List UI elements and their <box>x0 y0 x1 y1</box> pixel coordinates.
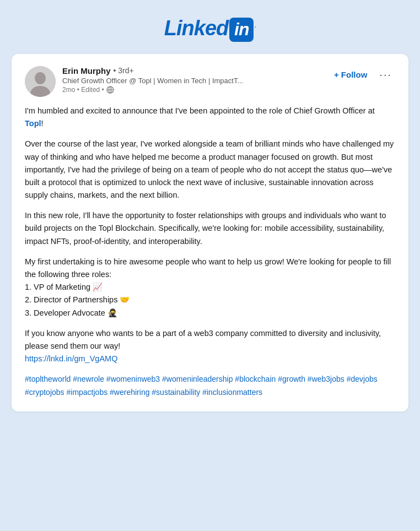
linkedin-logo: Linkedin. <box>164 17 256 42</box>
post-role-3: 3. Developer Advocate 🥷 <box>25 308 117 317</box>
in-box: in <box>229 18 254 42</box>
follow-button[interactable]: + Follow <box>331 68 370 82</box>
follow-plus: + <box>334 70 339 79</box>
svg-point-1 <box>35 72 46 84</box>
hashtags: #topltheworld #newrole #womeninweb3 #wom… <box>25 373 395 399</box>
linkedin-wordmark: Linkedin. <box>164 17 256 42</box>
post-role-2: 2. Director of Partnerships 🤝 <box>25 295 130 304</box>
post-paragraph-2: Over the course of the last year, I've w… <box>25 138 395 202</box>
avatar[interactable] <box>25 66 56 97</box>
post-paragraph-4: My first undertaking is to hire awesome … <box>25 256 395 319</box>
post-paragraph-5: If you know anyone who wants to be a par… <box>25 327 395 366</box>
topl-link[interactable]: Topl <box>25 119 41 128</box>
user-degree: • 3rd+ <box>114 66 134 75</box>
post-link[interactable]: https://lnkd.in/gm_VgAMQ <box>25 354 117 363</box>
card-header-left: Erin Murphy • 3rd+ Chief Growth Officer … <box>25 66 243 97</box>
post-paragraph-1-end: ! <box>41 119 44 128</box>
logo-dot: . <box>254 20 256 29</box>
user-info: Erin Murphy • 3rd+ Chief Growth Officer … <box>62 66 243 94</box>
user-name-row: Erin Murphy • 3rd+ <box>62 66 243 75</box>
more-options-button[interactable]: ··· <box>376 67 395 82</box>
post-card: Erin Murphy • 3rd+ Chief Growth Officer … <box>12 54 408 411</box>
post-paragraph-3: In this new role, I'll have the opportun… <box>25 209 395 248</box>
user-meta-text: 2mo • Edited • <box>62 86 104 94</box>
post-paragraph-1: I'm humbled and excited to announce that… <box>25 105 395 130</box>
post-content: I'm humbled and excited to announce that… <box>25 105 395 399</box>
linked-text: Linked <box>164 17 228 40</box>
post-paragraph-1-text: I'm humbled and excited to announce that… <box>25 106 375 115</box>
user-meta: 2mo • Edited • <box>62 86 243 94</box>
more-dots: ··· <box>379 68 392 80</box>
globe-icon <box>106 86 114 94</box>
user-name[interactable]: Erin Murphy <box>62 66 111 75</box>
hashtags-text: #topltheworld #newrole #womeninweb3 #wom… <box>25 375 378 397</box>
post-role-1: 1. VP of Marketing 📈 <box>25 283 103 291</box>
follow-label: Follow <box>341 70 368 79</box>
user-title: Chief Growth Officer @ Topl | Women in T… <box>62 77 243 85</box>
card-actions: + Follow ··· <box>331 67 395 82</box>
post-paragraph-4-line1: My first undertaking is to hire awesome … <box>25 257 391 279</box>
card-header: Erin Murphy • 3rd+ Chief Growth Officer … <box>25 66 395 97</box>
post-paragraph-5-text: If you know anyone who wants to be a par… <box>25 329 381 350</box>
